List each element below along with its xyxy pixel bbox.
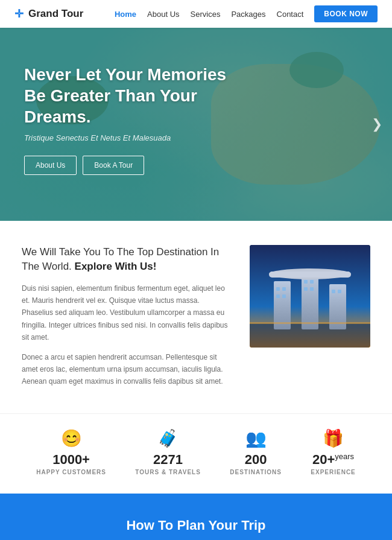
svg-rect-12 — [310, 280, 314, 284]
hero-content: Never Let Your Memories Be Greater Than … — [24, 64, 229, 175]
svg-rect-11 — [304, 280, 308, 284]
nav-packages[interactable]: Packages — [231, 10, 265, 19]
hero-next-arrow[interactable]: ❯ — [371, 116, 382, 132]
destinations-number: 200 — [230, 452, 282, 468]
nav-links: Home About Us Services Packages Contact … — [115, 5, 378, 22]
svg-rect-7 — [276, 287, 280, 291]
experience-number: 20+years — [311, 452, 355, 468]
hero-subtitle: Tristique Senectus Et Netus Et Malesuada — [24, 133, 229, 142]
stat-tours: 🧳 2271 TOURS & TRAVELS — [135, 428, 201, 475]
logo[interactable]: ✛ Grand Tour — [14, 7, 83, 21]
stat-experience: 🎁 20+years EXPERIENCE — [311, 428, 355, 475]
book-tour-button[interactable]: Book A Tour — [83, 156, 144, 175]
plan-title: How To Plan Your Trip — [22, 518, 370, 533]
plan-section: How To Plan Your Trip ✛ PICK DESTINATION… — [0, 494, 392, 540]
tours-label: TOURS & TRAVELS — [135, 469, 201, 475]
about-text: We Will Take You To The Top Destination … — [22, 245, 232, 395]
customers-icon: 😊 — [36, 428, 106, 448]
hero-title: Never Let Your Memories Be Greater Than … — [24, 64, 229, 127]
svg-rect-8 — [282, 287, 286, 291]
hero-section: Never Let Your Memories Be Greater Than … — [0, 28, 392, 221]
nav-contact[interactable]: Contact — [277, 10, 304, 19]
customers-label: HAPPY CUSTOMERS — [36, 469, 106, 475]
hero-buttons: About Us Book A Tour — [24, 156, 229, 175]
tours-icon: 🧳 — [135, 428, 201, 448]
destinations-icon: 👥 — [230, 428, 282, 448]
svg-rect-10 — [282, 294, 286, 298]
about-para2: Donec a arcu et sapien hendrerit accumsa… — [22, 351, 232, 388]
navbar: ✛ Grand Tour Home About Us Services Pack… — [0, 0, 392, 28]
svg-rect-14 — [310, 287, 314, 291]
svg-rect-17 — [250, 322, 370, 324]
stat-destinations: 👥 200 DESTINATIONS — [230, 428, 282, 475]
svg-rect-9 — [276, 294, 280, 298]
nav-home[interactable]: Home — [115, 10, 136, 19]
customers-number: 1000+ — [36, 452, 106, 468]
svg-rect-16 — [338, 290, 341, 293]
book-now-button[interactable]: BOOK NOW — [314, 5, 378, 22]
about-para1: Duis nisi sapien, elementum finibus ferm… — [22, 282, 232, 344]
experience-years: years — [335, 452, 354, 461]
about-image — [250, 245, 370, 348]
logo-text: Grand Tour — [28, 8, 83, 20]
about-img-container — [250, 245, 370, 348]
logo-icon: ✛ — [14, 7, 24, 21]
experience-label: EXPERIENCE — [311, 469, 355, 475]
nav-services[interactable]: Services — [191, 10, 221, 19]
about-us-button[interactable]: About Us — [24, 156, 77, 175]
destinations-label: DESTINATIONS — [230, 469, 282, 475]
about-title: We Will Take You To The Top Destination … — [22, 245, 232, 274]
svg-rect-15 — [332, 290, 335, 293]
building-svg — [250, 245, 370, 348]
svg-rect-6 — [269, 272, 351, 278]
tours-number: 2271 — [135, 452, 201, 468]
about-section: We Will Take You To The Top Destination … — [0, 221, 392, 413]
nav-about[interactable]: About Us — [147, 10, 179, 19]
experience-icon: 🎁 — [311, 428, 355, 448]
stat-customers: 😊 1000+ HAPPY CUSTOMERS — [36, 428, 106, 475]
svg-rect-13 — [304, 287, 308, 291]
stats-section: 😊 1000+ HAPPY CUSTOMERS 🧳 2271 TOURS & T… — [0, 413, 392, 494]
